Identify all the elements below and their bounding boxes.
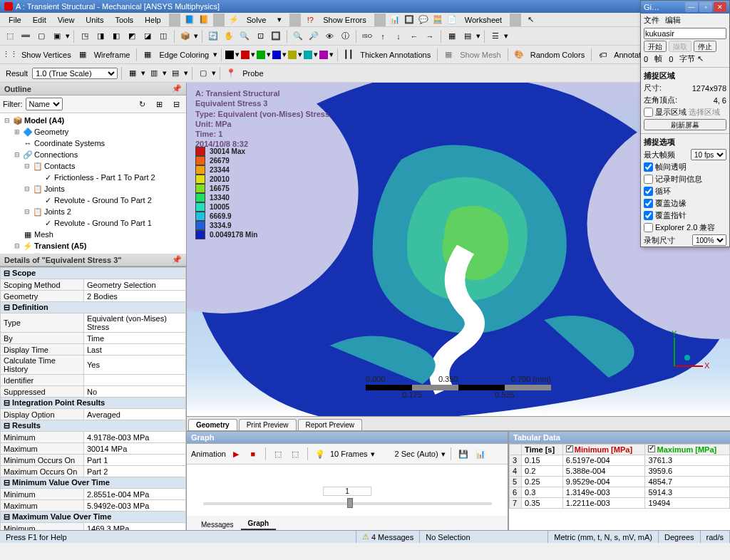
opt-loop-checkbox[interactable] [644, 187, 653, 196]
show-errors-button[interactable]: Show Errors [317, 14, 372, 26]
face-select-icon[interactable]: ▢ [34, 29, 48, 43]
details-row[interactable]: ByTime [1, 333, 186, 344]
details-row[interactable]: Calculate Time HistoryYes [1, 356, 186, 375]
graph-area[interactable]: 1 [187, 465, 508, 516]
view-icon[interactable]: ⓘ [338, 29, 352, 43]
edge-coloring-icon[interactable]: ▦ [140, 48, 155, 62]
menu-file[interactable]: File [3, 14, 27, 26]
display-icon[interactable]: ▦ [445, 29, 459, 43]
bulb-icon[interactable]: 💡 [313, 447, 327, 461]
show-vertices-button[interactable]: Show Vertices [19, 51, 74, 59]
solve-button[interactable]: Solve [241, 14, 272, 26]
color-swatch[interactable] [288, 51, 297, 59]
anim-icon[interactable]: ⬚ [271, 447, 285, 461]
menu-help[interactable]: Help [139, 14, 167, 26]
random-colors-button[interactable]: Random Colors [528, 51, 587, 59]
tree-item[interactable]: ⊞🔷Geometry [1, 126, 185, 138]
tree-item[interactable]: ✓Revolute - Ground To Part 1 [1, 217, 185, 229]
random-colors-icon[interactable]: 🎨 [512, 48, 526, 62]
tab-report-preview[interactable]: Report Preview [298, 419, 362, 430]
tab-messages[interactable]: Messages [194, 519, 241, 530]
probe-icon[interactable]: 📍 [224, 66, 238, 81]
worksheet-button[interactable]: Worksheet [459, 14, 508, 26]
toolbar-icon[interactable]: 💬 [416, 13, 431, 27]
start-button[interactable]: 开始 [644, 41, 667, 52]
show-area-checkbox[interactable] [644, 108, 653, 117]
table-row[interactable]: 70.351.2211e-00319494 [510, 498, 730, 509]
details-row[interactable]: Display TimeLast [1, 344, 186, 356]
refresh-icon[interactable]: ↻ [135, 97, 149, 111]
result-scale-select[interactable]: 1.0 (True Scale) [32, 68, 118, 79]
stop-icon[interactable]: ■ [246, 447, 260, 461]
color-swatch[interactable] [319, 51, 328, 59]
body-select-icon[interactable]: ▣ [50, 29, 64, 43]
zoom-icon[interactable]: 🔍 [237, 29, 252, 43]
dlg-menu-file[interactable]: 文件 [644, 15, 659, 26]
details-row[interactable]: Minimum1469.3 MPa [1, 523, 186, 531]
menu-view[interactable]: View [52, 14, 81, 26]
grab-button[interactable]: 撷取 [669, 41, 692, 52]
color-swatch[interactable] [272, 51, 281, 59]
details-row[interactable]: Geometry2 Bodies [1, 291, 186, 302]
menu-units[interactable]: Units [80, 14, 109, 26]
zoom-box-icon[interactable]: 🔲 [269, 29, 283, 43]
color-swatch[interactable] [304, 51, 312, 59]
details-row[interactable]: Minimum Occurs OnPart 1 [1, 455, 186, 466]
thicken-button[interactable]: Thicken Annotations [357, 51, 433, 59]
table-row[interactable]: 60.31.3149e-0035914.3 [510, 487, 730, 498]
rec-size-select[interactable]: 100% [692, 234, 726, 246]
opt-explorer-checkbox[interactable] [644, 223, 653, 232]
contour-icon[interactable]: ▤ [168, 66, 182, 81]
zoom-fit-icon[interactable]: ⊡ [253, 29, 267, 43]
details-row[interactable]: SuppressedNo [1, 386, 186, 398]
menu-tools[interactable]: Tools [109, 14, 139, 26]
stop-button[interactable]: 停止 [694, 41, 716, 52]
opt-time-checkbox[interactable] [644, 175, 653, 184]
export-icon[interactable]: 💾 [456, 447, 471, 461]
display-icon[interactable]: ▤ [461, 29, 475, 43]
toolbar-icon[interactable]: 📘 [182, 13, 197, 27]
details-row[interactable]: Minimum2.8551e-004 MPa [1, 489, 186, 500]
pin-icon[interactable]: 📌 [172, 84, 182, 93]
contour-icon[interactable]: ▦ [125, 66, 140, 81]
details-row[interactable]: Maximum5.9492e-003 MPa [1, 500, 186, 512]
details-row[interactable]: Identifier [1, 375, 186, 386]
triad[interactable]: X Y [667, 331, 710, 373]
toolbar-icon[interactable]: 🧮 [431, 13, 445, 27]
rotate-icon[interactable]: 🔄 [206, 29, 220, 43]
opt-edge-checkbox[interactable] [644, 199, 653, 208]
solve-icon[interactable]: ⚡ [227, 13, 241, 27]
time-slider[interactable] [187, 497, 508, 510]
table-row[interactable]: 30.156.5197e-0043761.3 [510, 455, 730, 466]
edge-coloring-button[interactable]: Edge Coloring [156, 51, 212, 59]
toolbar-icon[interactable]: 📊 [388, 13, 402, 27]
opt-cursor-checkbox[interactable] [644, 211, 653, 220]
vertices-icon[interactable]: ⋮⋮ [3, 48, 17, 62]
box-icon[interactable]: 📦 [178, 29, 192, 43]
fps-select[interactable]: 10 fps [691, 149, 726, 160]
tree-item[interactable]: ↔Coordinate Systems [1, 138, 185, 149]
tab-print-preview[interactable]: Print Preview [239, 419, 297, 430]
vertex-select-icon[interactable]: ⬚ [3, 29, 17, 43]
cursor-icon[interactable]: ↖ [523, 13, 538, 27]
display-icon[interactable]: ☰ [488, 29, 503, 43]
annotation-pref-icon[interactable]: 🏷 [595, 48, 610, 62]
color-swatch[interactable] [225, 51, 234, 59]
export-icon[interactable]: 📊 [473, 447, 488, 461]
dlg-menu-edit[interactable]: 编辑 [665, 15, 681, 26]
tree-item[interactable]: ⊟📋Contacts [1, 160, 185, 172]
view-dir-icon[interactable]: ← [407, 29, 421, 43]
maximize-icon[interactable]: ▫ [699, 2, 712, 12]
anim-icon[interactable]: ⬚ [288, 447, 302, 461]
user-input[interactable] [644, 28, 726, 39]
outline-tree[interactable]: ⊟📦Model (A4)⊞🔷Geometry↔Coordinate System… [0, 113, 186, 254]
expand-icon[interactable]: ⊞ [152, 97, 166, 111]
table-row[interactable]: 40.25.388e-0043959.6 [510, 466, 730, 477]
probe-button[interactable]: Probe [240, 69, 266, 78]
minimize-icon[interactable]: — [685, 2, 698, 12]
refresh-button[interactable]: 刷新屏幕 [644, 119, 726, 130]
show-mesh-icon[interactable]: ▦ [441, 48, 456, 62]
details-row[interactable]: Minimum4.9178e-003 MPa [1, 432, 186, 443]
show-mesh-button[interactable]: Show Mesh [457, 51, 503, 59]
edge-select-icon[interactable]: ➖ [19, 29, 33, 43]
